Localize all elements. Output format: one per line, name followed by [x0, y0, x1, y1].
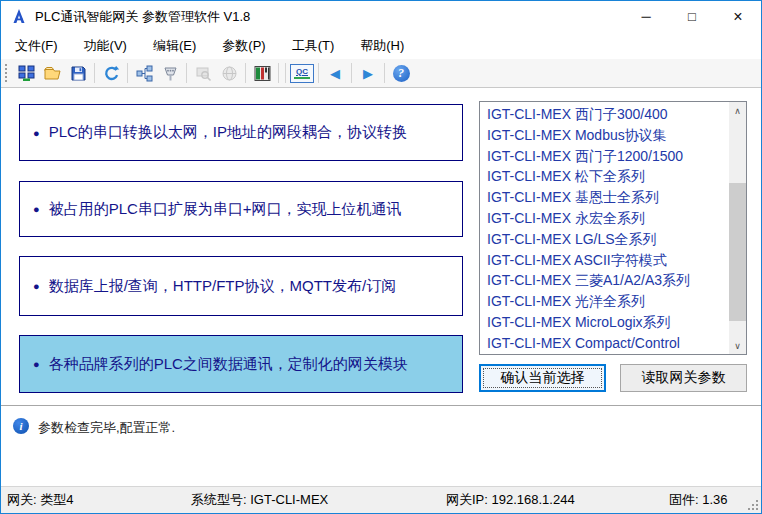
statusbar-gateway-type: 网关: 类型4 [7, 487, 73, 513]
list-item[interactable]: IGT-CLI-MEX 西门子1200/1500 [481, 146, 728, 167]
feature-text: 各种品牌系列的PLC之间数据通讯，定制化的网关模块 [49, 355, 408, 374]
list-item[interactable]: IGT-CLI-MEX MicroLogix系列 [481, 312, 728, 333]
window-title: PLC通讯智能网关 参数管理软件 V1.8 [35, 8, 250, 26]
list-item[interactable]: IGT-CLI-MEX 三菱A1/A2/A3系列 [481, 270, 728, 291]
feature-box-port-expansion[interactable]: ● 被占用的PLC串口扩展为串口+网口，实现上位机通讯 [19, 181, 463, 237]
refresh-icon[interactable] [98, 61, 124, 85]
menu-help[interactable]: 帮助(H) [347, 32, 417, 59]
list-item[interactable]: IGT-CLI-MEX 永宏全系列 [481, 208, 728, 229]
toolbar-grip[interactable] [5, 64, 9, 82]
device-search-icon[interactable] [190, 61, 216, 85]
statusbar-firmware: 固件: 1.36 [669, 487, 728, 513]
feature-box-database-mqtt[interactable]: ● 数据库上报/查询，HTTP/FTP协议，MQTT发布/订阅 [19, 256, 463, 316]
bullet-icon: ● [33, 203, 40, 215]
scroll-up-icon[interactable]: ∧ [729, 102, 746, 119]
toolbar-separator [245, 63, 246, 83]
forward-icon[interactable]: ▶ [355, 61, 381, 85]
confirm-selection-button[interactable]: 确认当前选择 [479, 364, 606, 392]
list-scrollbar[interactable]: ∧ ∨ [729, 102, 746, 354]
feature-text: 数据库上报/查询，HTTP/FTP协议，MQTT发布/订阅 [49, 277, 396, 296]
toolbar-separator [186, 63, 187, 83]
scrollbar-thumb[interactable] [729, 183, 746, 321]
toolbar-separator [384, 63, 385, 83]
plc-module-icon[interactable] [249, 61, 275, 85]
resize-grip-icon[interactable] [756, 508, 758, 510]
bullet-icon: ● [33, 127, 40, 139]
help-icon[interactable]: ? [388, 61, 414, 85]
toolbar-separator [94, 63, 95, 83]
status-message: 参数检查完毕,配置正常. [38, 419, 175, 437]
menubar: 文件(F) 功能(V) 编辑(E) 参数(P) 工具(T) 帮助(H) [1, 32, 761, 59]
list-item[interactable]: IGT-CLI-MEX 基恩士全系列 [481, 187, 728, 208]
toolbar-separator [285, 63, 286, 83]
feature-box-plc-to-plc-highlighted[interactable]: ● 各种品牌系列的PLC之间数据通讯，定制化的网关模块 [19, 335, 463, 393]
info-icon: i [13, 418, 29, 434]
toolbar: QC ◀ ▶ ? [1, 59, 761, 88]
maximize-button[interactable]: □ [669, 1, 715, 32]
toolbar-separator [351, 63, 352, 83]
serial-plug-icon[interactable] [157, 61, 183, 85]
list-item[interactable]: IGT-CLI-MEX Modbus协议集 [481, 125, 728, 146]
minimize-button[interactable]: ─ [623, 1, 669, 32]
window-controls: ─ □ × [623, 1, 761, 32]
feature-box-serial-to-ethernet[interactable]: ● PLC的串口转换以太网，IP地址的网段耦合，协议转换 [19, 104, 463, 161]
menu-tools[interactable]: 工具(T) [279, 32, 348, 59]
toolbar-separator [278, 63, 279, 83]
statusbar-gateway-ip: 网关IP: 192.168.1.244 [446, 487, 575, 513]
menu-parameter[interactable]: 参数(P) [209, 32, 278, 59]
menu-function[interactable]: 功能(V) [71, 32, 140, 59]
menu-file[interactable]: 文件(F) [2, 32, 71, 59]
read-gateway-params-button[interactable]: 读取网关参数 [620, 364, 747, 392]
save-icon[interactable] [65, 61, 91, 85]
list-item[interactable]: IGT-CLI-MEX 光洋全系列 [481, 291, 728, 312]
app-icon [10, 8, 28, 25]
bullet-icon: ● [33, 280, 40, 292]
window: PLC通讯智能网关 参数管理软件 V1.8 ─ □ × 文件(F) 功能(V) … [0, 0, 762, 514]
close-button[interactable]: × [715, 1, 761, 32]
list-item[interactable]: IGT-CLI-MEX 西门子300/400 [481, 104, 728, 125]
message-panel: i 参数检查完毕,配置正常. [1, 407, 761, 486]
model-list: IGT-CLI-MEX 西门子300/400 IGT-CLI-MEX Modbu… [481, 104, 728, 354]
list-item[interactable]: IGT-CLI-MEX ASCII字符模式 [481, 250, 728, 271]
qc-icon[interactable]: QC [289, 61, 315, 85]
statusbar: 网关: 类型4 系统型号: IGT-CLI-MEX 网关IP: 192.168.… [1, 486, 761, 513]
topology-icon[interactable] [131, 61, 157, 85]
model-listbox: IGT-CLI-MEX 西门子300/400 IGT-CLI-MEX Modbu… [479, 101, 747, 355]
feature-text: 被占用的PLC串口扩展为串口+网口，实现上位机通讯 [49, 200, 402, 219]
back-icon[interactable]: ◀ [322, 61, 348, 85]
toolbar-separator [318, 63, 319, 83]
globe-icon[interactable] [216, 61, 242, 85]
network-icon[interactable] [13, 61, 39, 85]
bullet-icon: ● [33, 358, 40, 370]
list-item[interactable]: IGT-CLI-MEX 松下全系列 [481, 166, 728, 187]
statusbar-system-model: 系统型号: IGT-CLI-MEX [191, 487, 328, 513]
list-item[interactable]: IGT-CLI-MEX LG/LS全系列 [481, 229, 728, 250]
qc-icon-frame: QC [290, 64, 314, 83]
feature-text: PLC的串口转换以太网，IP地址的网段耦合，协议转换 [49, 123, 407, 142]
toolbar-separator [127, 63, 128, 83]
list-item[interactable]: IGT-CLI-MEX Compact/Control [481, 333, 728, 354]
qc-icon-label: QC [296, 68, 308, 76]
titlebar: PLC通讯智能网关 参数管理软件 V1.8 ─ □ × [1, 1, 761, 32]
scroll-down-icon[interactable]: ∨ [729, 337, 746, 354]
qc-icon-base [294, 77, 310, 79]
menu-edit[interactable]: 编辑(E) [140, 32, 209, 59]
open-folder-icon[interactable] [39, 61, 65, 85]
